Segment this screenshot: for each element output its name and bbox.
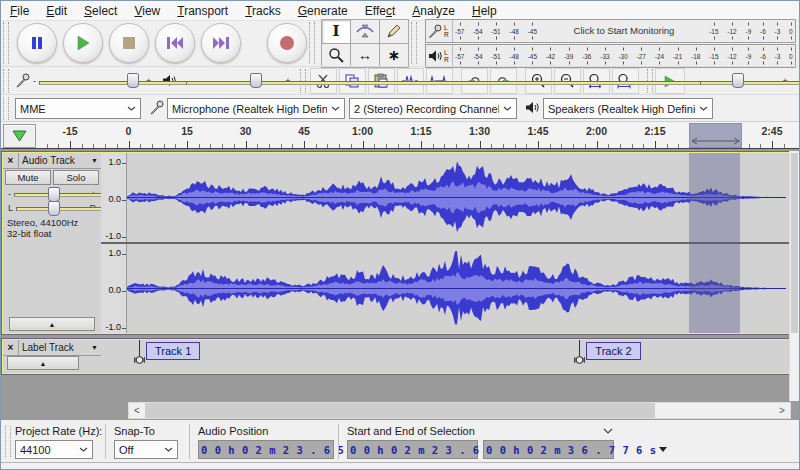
stop-button[interactable] bbox=[109, 23, 149, 63]
menu-file[interactable]: File bbox=[10, 4, 29, 18]
toolbar-separator bbox=[338, 424, 339, 459]
collapse-label-track-button[interactable]: ▲ bbox=[7, 356, 79, 370]
project-rate-select[interactable]: 44100 bbox=[15, 440, 93, 459]
selection-end-field[interactable]: 0 0 h 0 2 m 3 6 . 7 7 6 s bbox=[483, 440, 614, 459]
play-button[interactable] bbox=[63, 23, 103, 63]
audio-host-select[interactable]: MME bbox=[15, 98, 141, 119]
horizontal-scroll-track[interactable] bbox=[145, 403, 774, 418]
track-area[interactable]: × Audio Track ▼ Mute Solo - + L bbox=[1, 148, 799, 420]
label-track[interactable]: × Label Track ▼ ▲ Track 1Track 2 bbox=[1, 338, 791, 375]
pan-left-label: L bbox=[5, 203, 16, 213]
menu-view[interactable]: View bbox=[134, 4, 160, 18]
zoom-tool[interactable] bbox=[322, 44, 350, 67]
timeline-options-button[interactable] bbox=[3, 124, 36, 148]
track-title-menu[interactable]: Audio Track ▼ bbox=[19, 153, 101, 168]
toolbar-gripper[interactable] bbox=[3, 69, 9, 93]
multi-tool[interactable]: ∗ bbox=[380, 44, 408, 67]
menu-help[interactable]: Help bbox=[472, 4, 497, 18]
snap-to-select[interactable]: Off bbox=[114, 440, 178, 459]
label-text-box[interactable]: Track 2 bbox=[586, 342, 640, 360]
scroll-left-arrow[interactable]: < bbox=[129, 403, 145, 418]
skip-to-end-button[interactable] bbox=[201, 23, 241, 63]
toolbar-gripper[interactable] bbox=[309, 22, 315, 64]
waveform-right[interactable] bbox=[127, 244, 789, 333]
pan-slider[interactable] bbox=[16, 202, 86, 214]
skip-to-start-button[interactable] bbox=[155, 23, 195, 63]
timeline-ruler[interactable]: -1501530451:001:151:301:452:002:152:302:… bbox=[1, 121, 799, 150]
playback-volume-thumb[interactable] bbox=[250, 73, 262, 88]
horizontal-scrollbar[interactable]: < > bbox=[128, 402, 791, 419]
close-track-button[interactable]: × bbox=[3, 153, 19, 168]
playback-device-select[interactable]: Speakers (Realtek High Definiti bbox=[543, 98, 713, 119]
toolbar-gripper[interactable] bbox=[3, 22, 9, 64]
playback-speed-thumb[interactable] bbox=[732, 73, 744, 88]
vertical-scale-left[interactable]: 1.00.0-1.0 bbox=[101, 153, 127, 242]
recording-volume-slider[interactable] bbox=[39, 74, 143, 88]
mute-button[interactable]: Mute bbox=[5, 170, 51, 185]
chevron-down-icon bbox=[331, 106, 340, 111]
audio-position-field[interactable]: 0 0 h 0 2 m 2 3 . 6 5 3 s bbox=[198, 440, 334, 459]
meter-db-tick: -12 bbox=[727, 27, 736, 34]
waveform-left[interactable] bbox=[127, 153, 789, 242]
envelope-icon bbox=[356, 23, 374, 39]
vertical-scrollbar[interactable] bbox=[789, 151, 799, 401]
recording-meter-scale: -57-54-51-48-45-42-39-36-33-30-27-24-21-… bbox=[452, 20, 795, 42]
playback-volume-slider[interactable] bbox=[186, 74, 282, 88]
envelope-tool[interactable] bbox=[351, 20, 379, 43]
selection-tool[interactable]: I bbox=[322, 20, 350, 43]
magnifier-icon bbox=[328, 47, 344, 63]
record-icon bbox=[279, 35, 295, 51]
menu-effect[interactable]: Effect bbox=[365, 4, 395, 18]
toolbar-gripper[interactable] bbox=[411, 22, 417, 64]
field-dropdown-icon[interactable] bbox=[659, 447, 667, 452]
pan-thumb[interactable] bbox=[48, 201, 60, 216]
scroll-right-arrow[interactable]: > bbox=[774, 403, 790, 418]
pause-button[interactable] bbox=[17, 23, 57, 63]
audio-track[interactable]: × Audio Track ▼ Mute Solo - + L bbox=[1, 151, 791, 335]
menu-analyze[interactable]: Analyze bbox=[412, 4, 455, 18]
toolbar-gripper[interactable] bbox=[5, 426, 11, 457]
label-marker-icon[interactable] bbox=[134, 353, 145, 369]
playback-meter[interactable]: LR -57-54-51-48-45-42-39-36-33-30-27-24-… bbox=[425, 44, 796, 68]
vertical-scroll-thumb[interactable] bbox=[791, 153, 798, 333]
timeline-tick bbox=[304, 141, 305, 148]
time-shift-tool[interactable]: ↔ bbox=[351, 44, 379, 67]
label-track-content[interactable]: Track 1Track 2 bbox=[101, 340, 789, 373]
label-marker-icon[interactable] bbox=[574, 353, 585, 369]
recording-channels-select[interactable]: 2 (Stereo) Recording Channels bbox=[349, 98, 517, 119]
timeline-tick bbox=[246, 141, 247, 148]
solo-button[interactable]: Solo bbox=[53, 170, 99, 185]
horizontal-scroll-thumb[interactable] bbox=[145, 403, 655, 418]
menu-select[interactable]: Select bbox=[84, 4, 117, 18]
label-track-title-menu[interactable]: Label Track ▼ bbox=[19, 340, 101, 355]
monitor-overlay-text[interactable]: Click to Start Monitoring bbox=[542, 21, 706, 41]
vertical-scale-right[interactable]: 1.00.0-1.0 bbox=[101, 244, 127, 333]
gain-slider[interactable] bbox=[14, 188, 88, 200]
timeline-selection-region[interactable] bbox=[689, 123, 742, 148]
timeline-tick bbox=[129, 141, 130, 148]
record-button[interactable] bbox=[267, 23, 307, 63]
meter-db-tick: -57 bbox=[455, 52, 464, 59]
chevron-down-icon[interactable] bbox=[603, 428, 613, 434]
toolbar-separator bbox=[189, 424, 190, 459]
amplitude-scale-label: 0.0 bbox=[108, 194, 121, 204]
menu-generate[interactable]: Generate bbox=[298, 4, 348, 18]
menu-tracks[interactable]: Tracks bbox=[245, 4, 281, 18]
recording-device-select[interactable]: Microphone (Realtek High Defini bbox=[167, 98, 345, 119]
close-label-track-button[interactable]: × bbox=[3, 340, 19, 355]
project-rate-value: 44100 bbox=[20, 444, 75, 456]
label-text-box[interactable]: Track 1 bbox=[146, 342, 200, 360]
menu-edit[interactable]: Edit bbox=[46, 4, 67, 18]
chevron-down-icon bbox=[79, 447, 88, 452]
selection-start-field[interactable]: 0 0 h 0 2 m 2 3 . 6 5 3 s bbox=[347, 440, 478, 459]
gain-thumb[interactable] bbox=[48, 187, 60, 202]
recording-meter[interactable]: LR -57-54-51-48-45-42-39-36-33-30-27-24-… bbox=[425, 19, 796, 43]
recording-volume-thumb[interactable] bbox=[127, 73, 139, 88]
draw-tool[interactable] bbox=[380, 20, 408, 43]
meter-db-tick: -45 bbox=[528, 27, 537, 34]
menu-transport[interactable]: Transport bbox=[177, 4, 228, 18]
collapse-track-button[interactable]: ▲ bbox=[9, 317, 95, 331]
multi-tool-icon: ∗ bbox=[388, 47, 400, 63]
playback-speed-slider[interactable] bbox=[700, 74, 780, 88]
toolbar-gripper[interactable] bbox=[3, 97, 9, 120]
